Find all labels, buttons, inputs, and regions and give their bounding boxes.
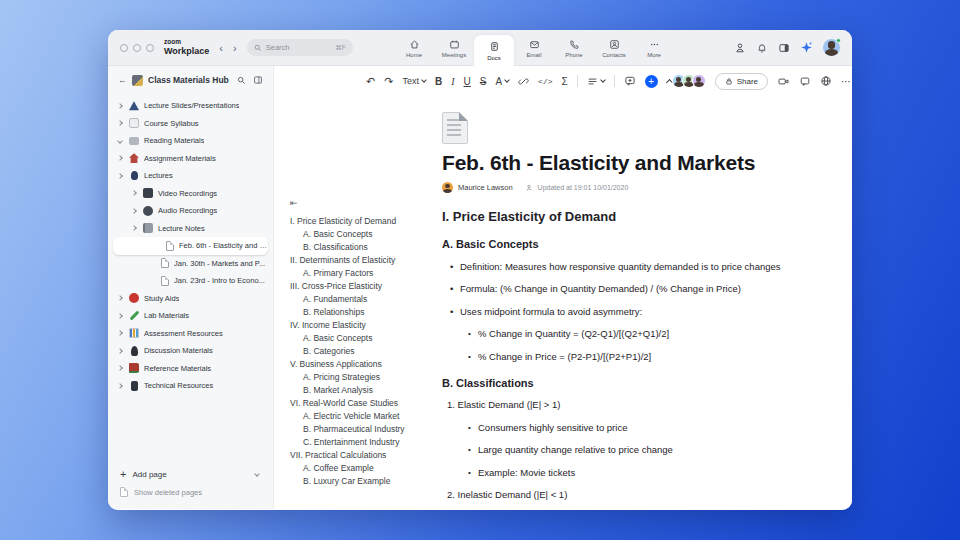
text-style-dropdown[interactable]: Text: [402, 76, 426, 86]
comment-icon[interactable]: [624, 75, 636, 87]
sidebar-item-lectures[interactable]: Lectures: [108, 167, 273, 185]
outline-item-a-coffee-example[interactable]: A. Coffee Example: [290, 462, 440, 475]
nav-back-icon[interactable]: ‹: [219, 42, 223, 54]
bold-button[interactable]: B: [435, 76, 442, 87]
sidebar-panel-icon[interactable]: [253, 75, 263, 85]
outline-item-a-basic-concepts[interactable]: A. Basic Concepts: [290, 228, 440, 241]
outline-item-vi-real-world-case-studies[interactable]: VI. Real-World Case Studies: [290, 397, 440, 410]
add-page-button[interactable]: + Add page: [120, 465, 261, 483]
document-title[interactable]: Feb. 6th - Elasticity and Markets: [442, 151, 816, 175]
outline-item-v-business-applications[interactable]: V. Business Applications: [290, 358, 440, 371]
chevron-right-icon[interactable]: [117, 103, 123, 109]
sidebar-item-audio-recordings[interactable]: Audio Recordings: [108, 202, 273, 220]
tab-home[interactable]: Home: [394, 30, 434, 66]
outline-item-b-relationships[interactable]: B. Relationships: [290, 306, 440, 319]
outline-item-b-market-analysis[interactable]: B. Market Analysis: [290, 384, 440, 397]
outline-item-a-fundamentals[interactable]: A. Fundamentals: [290, 293, 440, 306]
share-button[interactable]: Share: [715, 73, 768, 90]
document-body[interactable]: I. Price Elasticity of DemandA. Basic Co…: [442, 209, 816, 501]
sidebar-item-discussion-materials[interactable]: Discussion Materials: [108, 342, 273, 360]
insert-plus-button[interactable]: +: [645, 75, 658, 88]
link-icon[interactable]: [518, 76, 529, 87]
outline-item-ii-determinants-of-elasticity[interactable]: II. Determinants of Elasticity: [290, 254, 440, 267]
outline-item-a-basic-concepts[interactable]: A. Basic Concepts: [290, 332, 440, 345]
collaborator-avatars[interactable]: [672, 74, 706, 88]
chevron-down-icon[interactable]: [254, 471, 260, 477]
sidebar-item-jan-23rd-intro-to-econo[interactable]: Jan. 23rd - Intro to Econo...: [108, 272, 273, 290]
sidebar-item-reading-materials[interactable]: Reading Materials: [108, 132, 273, 150]
outline-item-a-primary-factors[interactable]: A. Primary Factors: [290, 267, 440, 280]
sidebar-item-lecture-notes[interactable]: Lecture Notes: [108, 220, 273, 238]
outline-item-a-pricing-strategies[interactable]: A. Pricing Strategies: [290, 371, 440, 384]
italic-button[interactable]: I: [451, 76, 454, 87]
tab-email[interactable]: Email: [514, 30, 554, 66]
doc-heading[interactable]: A. Basic Concepts: [442, 238, 816, 250]
doc-text[interactable]: % Change in Price = (P2-P1)/[(P2+P1)/2]: [442, 351, 816, 363]
sidebar-item-reference-materials[interactable]: Reference Materials: [108, 360, 273, 378]
chevron-right-icon[interactable]: [117, 313, 123, 319]
chevron-right-icon[interactable]: [117, 365, 123, 371]
outline-item-c-entertainment-industry[interactable]: C. Entertainment Industry: [290, 436, 440, 449]
panel-layout-icon[interactable]: [778, 42, 790, 54]
outline-item-a-electric-vehicle-market[interactable]: A. Electric Vehicle Market: [290, 410, 440, 423]
outline-item-iv-income-elasticity[interactable]: IV. Income Elasticity: [290, 319, 440, 332]
text-color-button[interactable]: A: [495, 76, 509, 87]
equation-button[interactable]: Σ: [562, 76, 568, 87]
strikethrough-button[interactable]: S: [480, 76, 487, 87]
chevron-right-icon[interactable]: [117, 383, 123, 389]
minimize-window-icon[interactable]: [133, 44, 141, 52]
document-editor[interactable]: Feb. 6th - Elasticity and Markets Mauric…: [442, 96, 816, 501]
sidebar-item-technical-resources[interactable]: Technical Resources: [108, 377, 273, 395]
chevron-right-icon[interactable]: [117, 330, 123, 336]
doc-heading[interactable]: B. Classifications: [442, 377, 816, 389]
undo-icon[interactable]: ↶: [366, 75, 375, 88]
doc-text[interactable]: 1. Elastic Demand (|E| > 1): [442, 399, 816, 411]
chevron-right-icon[interactable]: [131, 225, 137, 231]
sidebar-item-lecture-slides-presentations[interactable]: Lecture Slides/Presentations: [108, 97, 273, 115]
doc-text[interactable]: Example: Movie tickets: [442, 467, 816, 479]
tab-phone[interactable]: Phone: [554, 30, 594, 66]
maximize-window-icon[interactable]: [146, 44, 154, 52]
doc-text[interactable]: 2. Inelastic Demand (|E| < 1): [442, 489, 816, 501]
ai-companion-icon[interactable]: [800, 41, 813, 54]
doc-text[interactable]: Formula: (% Change in Quantity Demanded)…: [442, 283, 816, 295]
outline-item-b-luxury-car-example[interactable]: B. Luxury Car Example: [290, 475, 440, 488]
sidebar-item-study-aids[interactable]: Study Aids: [108, 290, 273, 308]
global-search[interactable]: ⌘F: [247, 39, 353, 56]
window-controls[interactable]: [120, 44, 154, 52]
user-icon[interactable]: [734, 42, 746, 54]
globe-icon[interactable]: [820, 75, 832, 87]
outline-item-iii-cross-price-elasticity[interactable]: III. Cross-Price Elasticity: [290, 280, 440, 293]
chevron-right-icon[interactable]: [117, 120, 123, 126]
outline-item-b-classifications[interactable]: B. Classifications: [290, 241, 440, 254]
outline-item-i-price-elasticity-of-demand[interactable]: I. Price Elasticity of Demand: [290, 215, 440, 228]
code-button[interactable]: </>: [538, 77, 552, 86]
sidebar-search-icon[interactable]: [237, 76, 246, 85]
sidebar-item-feb-6th-elasticity-and-m[interactable]: Feb. 6th - Elasticity and M...: [113, 237, 268, 255]
list-format-dropdown[interactable]: [587, 76, 605, 87]
tab-docs[interactable]: Docs: [474, 35, 514, 66]
tab-contacts[interactable]: Contacts: [594, 30, 634, 66]
outline-item-b-pharmaceutical-industry[interactable]: B. Pharmaceutical Industry: [290, 423, 440, 436]
chevron-down-icon[interactable]: [117, 138, 123, 144]
doc-text[interactable]: Large quantity change relative to price …: [442, 444, 816, 456]
doc-text[interactable]: Uses midpoint formula to avoid asymmetry…: [442, 306, 816, 318]
close-window-icon[interactable]: [120, 44, 128, 52]
nav-forward-icon[interactable]: ›: [233, 42, 237, 54]
chevron-right-icon[interactable]: [117, 173, 123, 179]
doc-heading[interactable]: I. Price Elasticity of Demand: [442, 209, 816, 224]
sidebar-item-video-recordings[interactable]: Video Recordings: [108, 185, 273, 203]
tab-meetings[interactable]: Meetings: [434, 30, 474, 66]
chevron-right-icon[interactable]: [117, 295, 123, 301]
sidebar-item-assignment-materials[interactable]: Assignment Materials: [108, 150, 273, 168]
sidebar-item-lab-materials[interactable]: Lab Materials: [108, 307, 273, 325]
collapse-outline-icon[interactable]: ⇤: [290, 198, 440, 208]
sidebar-item-course-syllabus[interactable]: Course Syllabus: [108, 115, 273, 133]
chevron-right-icon[interactable]: [131, 208, 137, 214]
video-camera-icon[interactable]: [777, 76, 790, 87]
more-options-icon[interactable]: ⋯: [841, 76, 852, 87]
tab-more[interactable]: More: [634, 30, 674, 66]
sidebar-back-icon[interactable]: ←: [118, 75, 127, 85]
chevron-right-icon[interactable]: [117, 348, 123, 354]
redo-icon[interactable]: ↷: [384, 75, 393, 88]
